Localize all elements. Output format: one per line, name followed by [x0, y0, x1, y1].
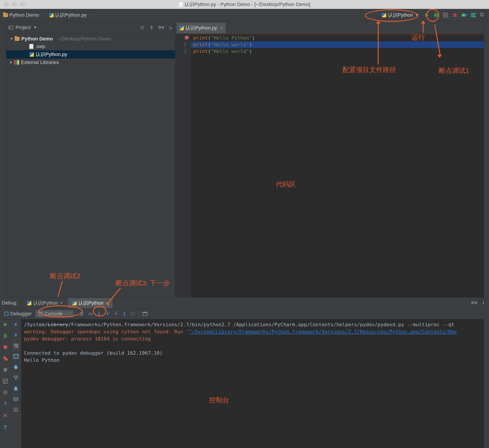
svg-rect-13 — [6, 334, 7, 337]
tree-file-swp[interactable]: .swp — [6, 43, 175, 50]
left-gutter — [0, 21, 6, 297]
debug-label: Debug: — [2, 300, 17, 306]
svg-point-8 — [99, 315, 100, 316]
breadcrumb-file[interactable]: 认识Python.py — [48, 11, 88, 19]
python-icon — [382, 13, 386, 17]
close-icon[interactable]: ✕ — [60, 301, 63, 305]
soft-wrap-button[interactable] — [13, 343, 19, 349]
editor-gutter[interactable]: 1 2 3 — [175, 34, 191, 297]
hide-icon[interactable]: ↘ — [167, 25, 173, 30]
nav-row: Python Demo 〉 认识Python.py 〉 认识Python — [0, 9, 489, 21]
code-area[interactable]: print("Hello Python") print("Hello world… — [191, 34, 485, 297]
vcs-button[interactable] — [461, 12, 467, 18]
scroll-end-button[interactable] — [13, 353, 19, 359]
tree-external-libs[interactable]: External Libraries — [6, 59, 175, 66]
step-out-button[interactable] — [121, 310, 128, 318]
expand-icon[interactable] — [10, 38, 13, 40]
svg-point-7 — [90, 315, 91, 316]
expand-icon[interactable] — [10, 61, 12, 64]
frames-icon — [4, 312, 8, 316]
editor-tab[interactable]: 认识Python.py ✕ — [177, 23, 226, 33]
editor: 认识Python.py ✕ 1 2 3 print("Hello Python"… — [175, 21, 489, 297]
python-icon — [27, 301, 31, 305]
svg-rect-18 — [3, 379, 8, 383]
show-execution-button[interactable] — [78, 310, 86, 318]
window-title: 认识Python.py - Python Demo - [~/Desktop/P… — [0, 1, 489, 8]
python-icon — [179, 26, 184, 30]
folder-icon — [15, 37, 20, 41]
step-into-button[interactable] — [95, 310, 103, 318]
editor-body[interactable]: 1 2 3 print("Hello Python") print("Hello… — [175, 34, 489, 297]
locate-icon[interactable]: ⊙ — [140, 25, 145, 30]
filter-button[interactable] — [13, 375, 19, 381]
svg-point-3 — [481, 13, 484, 16]
close-icon[interactable]: ✕ — [105, 301, 108, 305]
tree-root[interactable]: Python Demo ~/Desktop/Python Demo — [6, 35, 175, 43]
mac-close-button[interactable] — [4, 2, 9, 7]
svg-rect-24 — [15, 365, 17, 366]
close-button[interactable]: ✕ — [3, 412, 8, 419]
mac-minimize-button[interactable] — [12, 2, 17, 7]
layout-button[interactable] — [2, 378, 8, 385]
svg-rect-14 — [4, 345, 7, 349]
step-over-button[interactable] — [87, 310, 94, 318]
mute-breakpoints-button[interactable] — [2, 367, 8, 373]
collapse-icon[interactable]: ⇕ — [149, 25, 154, 30]
library-icon — [14, 60, 19, 65]
coverage-button[interactable] — [442, 12, 448, 18]
gear-icon[interactable]: ✲▾ — [471, 300, 477, 305]
gear-icon[interactable]: ✲▾ — [158, 25, 164, 30]
stop-button[interactable] — [452, 12, 458, 18]
file-icon — [29, 44, 33, 49]
mac-zoom-button[interactable] — [20, 2, 25, 7]
right-gutter — [484, 9, 489, 448]
view-breakpoints-button[interactable] — [2, 356, 8, 362]
project-panel-title[interactable]: Project — [16, 25, 31, 31]
breakpoint-icon[interactable] — [185, 36, 189, 39]
print-button[interactable] — [13, 364, 19, 370]
clear-button[interactable] — [13, 385, 19, 391]
svg-rect-21 — [15, 333, 16, 335]
folder-icon — [3, 13, 8, 17]
svg-point-19 — [4, 392, 6, 393]
project-tree[interactable]: Python Demo ~/Desktop/Python Demo .swp 认… — [6, 34, 175, 66]
console-output[interactable]: /System/Library/Frameworks/Python.framew… — [21, 319, 489, 448]
stop-button[interactable] — [2, 344, 8, 351]
svg-rect-5 — [9, 26, 10, 29]
debugger-tab[interactable]: Debugger — [2, 310, 34, 318]
debug-run-column: ✕ ? — [0, 319, 11, 448]
chevron-down-icon[interactable] — [34, 27, 36, 28]
tree-file-py[interactable]: 认识Python.py — [6, 50, 175, 59]
debug-button[interactable] — [433, 12, 439, 18]
rerun-button[interactable] — [2, 321, 8, 328]
line-number: 3 — [175, 48, 186, 55]
pin-button[interactable] — [2, 401, 8, 407]
python-icon — [49, 13, 54, 17]
run-button[interactable] — [423, 12, 430, 18]
export-button[interactable] — [13, 407, 19, 413]
run-config-selector[interactable]: 认识Python — [380, 11, 421, 19]
debug-session-tab-active[interactable]: 认识Python ✕ — [68, 298, 113, 308]
breadcrumb-project[interactable]: Python Demo — [2, 12, 40, 19]
up-button[interactable] — [13, 321, 19, 327]
project-panel-header: Project ⊙ ⇕ ✲▾ ↘ — [6, 21, 175, 34]
close-tab-icon[interactable]: ✕ — [220, 25, 223, 31]
watch-button[interactable] — [13, 396, 19, 402]
settings-button[interactable] — [2, 390, 8, 396]
project-view-icon — [8, 25, 13, 30]
console-tab[interactable]: Console →ⁿ — [35, 310, 74, 318]
step-into-my-button[interactable] — [104, 310, 111, 318]
breadcrumb-sep: 〉 — [41, 12, 47, 18]
down-button[interactable] — [13, 332, 19, 338]
structure-button[interactable] — [470, 12, 477, 18]
svg-rect-22 — [14, 354, 18, 358]
debug-session-tab[interactable]: 认识Python ✕ — [23, 298, 67, 308]
help-button[interactable]: ? — [4, 424, 7, 431]
evaluate-button[interactable] — [141, 310, 149, 318]
resume-button[interactable] — [2, 333, 8, 339]
force-step-button[interactable] — [112, 310, 120, 318]
chevron-down-icon — [415, 14, 418, 16]
svg-rect-12 — [4, 334, 5, 337]
run-to-cursor-button[interactable] — [129, 310, 137, 318]
editor-tabs: 认识Python.py ✕ — [175, 21, 489, 34]
